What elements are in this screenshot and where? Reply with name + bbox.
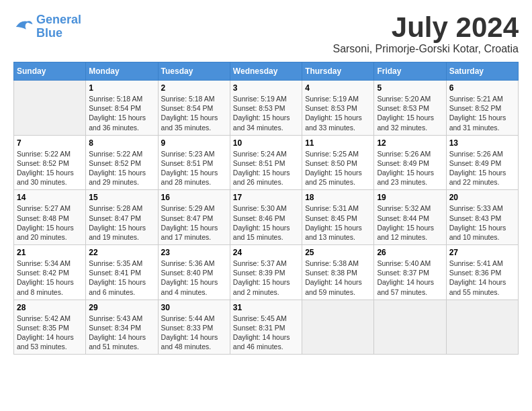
sunset-text: Sunset: 8:35 PM xyxy=(17,323,83,332)
daylight-text: Daylight: 14 hours and 57 minutes. xyxy=(377,277,443,296)
weekday-header-saturday: Saturday xyxy=(446,62,518,81)
sunset-text: Sunset: 8:40 PM xyxy=(161,268,227,277)
weekday-header-friday: Friday xyxy=(374,62,446,81)
daylight-text: Daylight: 15 hours and 4 minutes. xyxy=(161,277,227,296)
month-year-title: July 2024 xyxy=(332,13,519,42)
sunrise-text: Sunrise: 5:21 AM xyxy=(449,94,515,103)
sunrise-text: Sunrise: 5:45 AM xyxy=(233,314,299,323)
calendar-cell: 1 Sunrise: 5:18 AM Sunset: 8:54 PM Dayli… xyxy=(86,81,158,136)
day-info: Sunrise: 5:40 AM Sunset: 8:37 PM Dayligh… xyxy=(377,259,443,297)
sunset-text: Sunset: 8:52 PM xyxy=(17,158,83,168)
sunrise-text: Sunrise: 5:32 AM xyxy=(377,203,443,213)
daylight-text: Daylight: 15 hours and 20 minutes. xyxy=(17,223,83,242)
daylight-text: Daylight: 15 hours and 2 minutes. xyxy=(233,277,299,296)
daylight-text: Daylight: 15 hours and 10 minutes. xyxy=(449,223,515,242)
daylight-text: Daylight: 15 hours and 17 minutes. xyxy=(161,223,227,242)
daylight-text: Daylight: 15 hours and 28 minutes. xyxy=(161,168,227,187)
day-number: 16 xyxy=(161,193,227,202)
sunset-text: Sunset: 8:49 PM xyxy=(377,158,443,168)
day-info: Sunrise: 5:33 AM Sunset: 8:43 PM Dayligh… xyxy=(449,203,515,242)
day-info: Sunrise: 5:32 AM Sunset: 8:44 PM Dayligh… xyxy=(377,203,443,242)
logo-text: General Blue xyxy=(36,13,81,40)
daylight-text: Daylight: 15 hours and 25 minutes. xyxy=(305,168,371,187)
calendar-cell: 6 Sunrise: 5:21 AM Sunset: 8:52 PM Dayli… xyxy=(446,81,518,136)
sunset-text: Sunset: 8:53 PM xyxy=(233,103,299,113)
day-info: Sunrise: 5:44 AM Sunset: 8:33 PM Dayligh… xyxy=(161,314,227,352)
day-info: Sunrise: 5:38 AM Sunset: 8:38 PM Dayligh… xyxy=(305,259,371,297)
day-number: 26 xyxy=(377,248,443,257)
day-number: 25 xyxy=(305,248,371,257)
sunrise-text: Sunrise: 5:44 AM xyxy=(161,314,227,323)
calendar-cell: 5 Sunrise: 5:20 AM Sunset: 8:53 PM Dayli… xyxy=(374,81,446,136)
calendar-cell: 23 Sunrise: 5:36 AM Sunset: 8:40 PM Dayl… xyxy=(158,245,230,300)
sunrise-text: Sunrise: 5:18 AM xyxy=(161,94,227,103)
sunrise-text: Sunrise: 5:43 AM xyxy=(89,314,154,323)
calendar-cell: 3 Sunrise: 5:19 AM Sunset: 8:53 PM Dayli… xyxy=(230,81,302,136)
calendar-cell: 26 Sunrise: 5:40 AM Sunset: 8:37 PM Dayl… xyxy=(374,245,446,300)
sunset-text: Sunset: 8:54 PM xyxy=(89,103,154,113)
day-number: 18 xyxy=(305,193,371,202)
sunrise-text: Sunrise: 5:42 AM xyxy=(17,314,83,323)
sunrise-text: Sunrise: 5:26 AM xyxy=(377,149,443,158)
daylight-text: Daylight: 14 hours and 59 minutes. xyxy=(305,277,371,296)
day-info: Sunrise: 5:18 AM Sunset: 8:54 PM Dayligh… xyxy=(161,94,227,132)
calendar-cell: 12 Sunrise: 5:26 AM Sunset: 8:49 PM Dayl… xyxy=(374,135,446,190)
sunrise-text: Sunrise: 5:29 AM xyxy=(161,203,227,213)
sunset-text: Sunset: 8:51 PM xyxy=(161,158,227,168)
day-number: 14 xyxy=(17,193,83,202)
day-info: Sunrise: 5:19 AM Sunset: 8:53 PM Dayligh… xyxy=(305,94,371,132)
day-number: 5 xyxy=(377,83,443,93)
calendar-cell: 7 Sunrise: 5:22 AM Sunset: 8:52 PM Dayli… xyxy=(14,135,86,190)
calendar-cell: 13 Sunrise: 5:26 AM Sunset: 8:49 PM Dayl… xyxy=(446,135,518,190)
week-row-1: 1 Sunrise: 5:18 AM Sunset: 8:54 PM Dayli… xyxy=(14,81,519,136)
sunrise-text: Sunrise: 5:23 AM xyxy=(161,149,227,158)
day-info: Sunrise: 5:22 AM Sunset: 8:52 PM Dayligh… xyxy=(89,149,154,187)
sunset-text: Sunset: 8:51 PM xyxy=(233,158,299,168)
calendar-cell: 18 Sunrise: 5:31 AM Sunset: 8:45 PM Dayl… xyxy=(302,190,374,245)
sunset-text: Sunset: 8:44 PM xyxy=(377,214,443,223)
calendar-cell: 28 Sunrise: 5:42 AM Sunset: 8:35 PM Dayl… xyxy=(14,300,86,355)
daylight-text: Daylight: 15 hours and 13 minutes. xyxy=(305,223,371,242)
sunset-text: Sunset: 8:52 PM xyxy=(89,158,154,168)
day-number: 31 xyxy=(233,303,299,312)
sunrise-text: Sunrise: 5:31 AM xyxy=(305,203,371,213)
logo: General Blue xyxy=(13,13,81,40)
day-info: Sunrise: 5:20 AM Sunset: 8:53 PM Dayligh… xyxy=(377,94,443,132)
sunset-text: Sunset: 8:42 PM xyxy=(17,268,83,277)
sunrise-text: Sunrise: 5:19 AM xyxy=(233,94,299,103)
sunrise-text: Sunrise: 5:24 AM xyxy=(233,149,299,158)
location-subtitle: Sarsoni, Primorje-Gorski Kotar, Croatia xyxy=(332,43,519,55)
sunset-text: Sunset: 8:48 PM xyxy=(17,214,83,223)
day-info: Sunrise: 5:25 AM Sunset: 8:50 PM Dayligh… xyxy=(305,149,371,187)
daylight-text: Daylight: 15 hours and 32 minutes. xyxy=(377,113,443,132)
calendar-cell xyxy=(302,300,374,355)
day-info: Sunrise: 5:18 AM Sunset: 8:54 PM Dayligh… xyxy=(89,94,154,132)
day-number: 22 xyxy=(89,248,154,257)
daylight-text: Daylight: 14 hours and 46 minutes. xyxy=(233,332,299,351)
sunset-text: Sunset: 8:41 PM xyxy=(89,268,154,277)
day-info: Sunrise: 5:24 AM Sunset: 8:51 PM Dayligh… xyxy=(233,149,299,187)
calendar-cell xyxy=(374,300,446,355)
day-info: Sunrise: 5:26 AM Sunset: 8:49 PM Dayligh… xyxy=(377,149,443,187)
day-info: Sunrise: 5:35 AM Sunset: 8:41 PM Dayligh… xyxy=(89,259,154,297)
day-info: Sunrise: 5:22 AM Sunset: 8:52 PM Dayligh… xyxy=(17,149,83,187)
weekday-header-monday: Monday xyxy=(86,62,158,81)
calendar-cell: 29 Sunrise: 5:43 AM Sunset: 8:34 PM Dayl… xyxy=(86,300,158,355)
calendar-cell: 19 Sunrise: 5:32 AM Sunset: 8:44 PM Dayl… xyxy=(374,190,446,245)
calendar-cell: 2 Sunrise: 5:18 AM Sunset: 8:54 PM Dayli… xyxy=(158,81,230,136)
day-number: 9 xyxy=(161,138,227,148)
day-info: Sunrise: 5:36 AM Sunset: 8:40 PM Dayligh… xyxy=(161,259,227,297)
weekday-header-wednesday: Wednesday xyxy=(230,62,302,81)
day-number: 6 xyxy=(449,83,515,93)
day-number: 2 xyxy=(161,83,227,93)
day-number: 11 xyxy=(305,138,371,148)
calendar-cell xyxy=(14,81,86,136)
sunrise-text: Sunrise: 5:34 AM xyxy=(17,259,83,268)
sunrise-text: Sunrise: 5:41 AM xyxy=(449,259,515,268)
sunrise-text: Sunrise: 5:22 AM xyxy=(89,149,154,158)
calendar-cell: 24 Sunrise: 5:37 AM Sunset: 8:39 PM Dayl… xyxy=(230,245,302,300)
day-info: Sunrise: 5:42 AM Sunset: 8:35 PM Dayligh… xyxy=(17,314,83,352)
day-number: 24 xyxy=(233,248,299,257)
calendar-cell: 16 Sunrise: 5:29 AM Sunset: 8:47 PM Dayl… xyxy=(158,190,230,245)
day-number: 30 xyxy=(161,303,227,312)
